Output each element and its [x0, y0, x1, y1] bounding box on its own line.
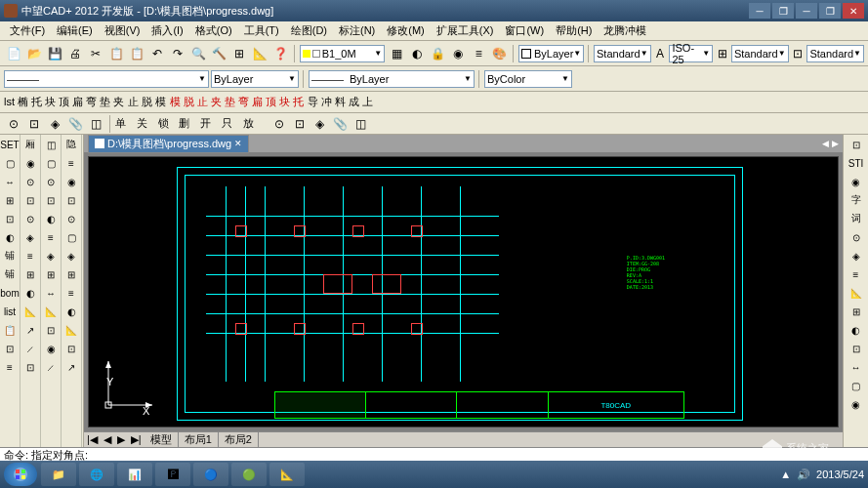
menu-item[interactable]: 文件(F) — [4, 21, 51, 40]
tool-button[interactable]: ≡ — [847, 266, 865, 282]
doc-restore-button[interactable]: ❐ — [819, 3, 841, 19]
tool-button[interactable]: ◐ — [21, 285, 39, 301]
tool-button[interactable]: ◉ — [62, 174, 80, 189]
tool-button[interactable]: ⊡ — [21, 192, 39, 208]
tool-button[interactable]: ⊡ — [1, 341, 19, 356]
tool-button[interactable]: ⊡ — [42, 192, 60, 208]
tool-button[interactable]: ◈ — [62, 248, 80, 264]
tool-button[interactable]: ⊡ — [62, 341, 80, 356]
tool-button[interactable]: SET — [1, 137, 19, 152]
tool-button[interactable]: ⊡ — [21, 359, 39, 375]
toolbar-button[interactable]: ▦ — [387, 44, 406, 63]
toolbar-button[interactable]: ↶ — [147, 44, 167, 63]
bylayer-combo-2[interactable]: ByLayer▼ — [211, 70, 299, 88]
tool-button[interactable]: bom — [1, 285, 19, 301]
toolbar-button[interactable]: 🎨 — [489, 44, 509, 63]
menu-item[interactable]: 视图(V) — [99, 21, 146, 40]
tool-button[interactable]: ◉ — [42, 341, 60, 356]
mode-text-buttons[interactable]: 单 关 锁 删 开 只 放 — [115, 116, 258, 131]
style-combo-4[interactable]: Standard▼ — [806, 45, 864, 62]
mode-button[interactable]: ⊡ — [290, 114, 310, 134]
tool-button[interactable]: ≡ — [62, 285, 80, 301]
tool-button[interactable]: ◐ — [1, 229, 19, 245]
mode-button[interactable]: ◫ — [86, 114, 105, 134]
tool-button[interactable]: ↔ — [42, 285, 60, 301]
tool-button[interactable]: ▢ — [42, 155, 60, 171]
doc-minimize-button[interactable]: ─ — [796, 3, 817, 19]
style-combo-2[interactable]: ISO-25▼ — [669, 45, 713, 62]
tool-button[interactable]: ◉ — [847, 396, 865, 412]
dim-button[interactable]: ⊞ — [715, 44, 729, 63]
tool-button[interactable]: 📐 — [847, 285, 865, 301]
toolbar-button[interactable]: ◉ — [448, 44, 468, 63]
style-button[interactable]: A — [653, 44, 668, 63]
tool-button[interactable]: ⊞ — [42, 266, 60, 282]
color-combo[interactable]: ByLayer▼ — [518, 45, 584, 62]
tool-button[interactable]: ⊡ — [847, 341, 865, 356]
tool-button[interactable]: ⊡ — [62, 192, 80, 208]
tool-button[interactable]: ↔ — [1, 174, 19, 189]
tab-nav-button[interactable]: |◀ — [84, 433, 101, 446]
tool-button[interactable]: ◐ — [847, 322, 865, 338]
menu-item[interactable]: 龙腾冲模 — [598, 21, 652, 40]
menu-item[interactable]: 修改(M) — [381, 21, 431, 40]
drawing-canvas[interactable]: P.ID:3.DWG001ITEM:GG-208DIE:PROGREV:ASCA… — [88, 156, 839, 427]
tab-nav-button[interactable]: ◀ — [101, 433, 114, 446]
menu-item[interactable]: 编辑(E) — [51, 21, 99, 40]
system-tray[interactable]: ▲🔊 2013/5/24 — [780, 468, 864, 481]
tool-button[interactable]: ≡ — [21, 248, 39, 264]
toolbar-button[interactable]: ≡ — [469, 44, 488, 63]
layout-tab[interactable]: 布局1 — [179, 432, 219, 447]
tool-button[interactable]: ◉ — [21, 155, 39, 171]
toolbar-button[interactable]: 🔒 — [428, 44, 447, 63]
close-tab-icon[interactable]: ✕ — [234, 139, 242, 148]
toolbar-button[interactable]: 📐 — [250, 44, 269, 63]
toolbar-button[interactable]: 🔨 — [209, 44, 228, 63]
tool-button[interactable]: 📐 — [42, 304, 60, 319]
toolbar-button[interactable]: 🔍 — [188, 44, 208, 63]
toolbar-button[interactable]: 🖨 — [65, 44, 85, 63]
taskbar-button[interactable]: 📁 — [41, 463, 76, 486]
tool-button[interactable]: ▢ — [1, 155, 19, 171]
menu-item[interactable]: 标注(N) — [333, 21, 381, 40]
toolbar-button[interactable]: 📂 — [24, 44, 44, 63]
tool-button[interactable]: ↗ — [21, 322, 39, 338]
mode-button[interactable]: ⊡ — [24, 114, 44, 134]
style-combo-3[interactable]: Standard▼ — [731, 45, 789, 62]
menu-item[interactable]: 窗口(W) — [499, 21, 550, 40]
menu-item[interactable]: 工具(T) — [238, 21, 285, 40]
menu-item[interactable]: 格式(O) — [189, 21, 238, 40]
tool-button[interactable]: ◐ — [62, 304, 80, 319]
tool-button[interactable]: ◉ — [847, 174, 865, 189]
tool-button[interactable]: 厢 — [21, 137, 39, 152]
tool-button[interactable]: ⊙ — [62, 211, 80, 226]
tool-button[interactable]: ◈ — [847, 248, 865, 264]
toolbar-button[interactable]: ↷ — [168, 44, 187, 63]
tool-button[interactable]: ▢ — [62, 229, 80, 245]
doc-tab-active[interactable]: D:\模具图档\progress.dwg ✕ — [88, 135, 249, 153]
restore-button[interactable]: ❐ — [772, 3, 794, 19]
tool-button[interactable]: ⊡ — [847, 137, 865, 152]
tool-button[interactable]: ⊙ — [42, 174, 60, 189]
tool-button[interactable]: 隐 — [62, 137, 80, 152]
layer-combo[interactable]: B1_0M ▼ — [300, 45, 386, 62]
tool-button[interactable]: ◈ — [42, 248, 60, 264]
tool-button[interactable]: 铺 — [1, 248, 19, 264]
menu-item[interactable]: 帮助(H) — [550, 21, 598, 40]
tool-button[interactable]: ⊞ — [62, 266, 80, 282]
linetype-combo[interactable]: ———▼ — [4, 70, 209, 88]
mode-button[interactable]: ⊙ — [4, 114, 23, 134]
tool-button[interactable]: list — [1, 304, 19, 319]
tool-button[interactable]: 铺 — [1, 266, 19, 282]
toolbar-button[interactable]: 📋 — [127, 44, 146, 63]
tab-nav-button[interactable]: ▶| — [128, 433, 145, 446]
minimize-button[interactable]: ─ — [749, 3, 770, 19]
tool-button[interactable]: ◐ — [42, 211, 60, 226]
plotstyle-combo[interactable]: ByColor▼ — [484, 70, 572, 88]
tool-button[interactable]: ↗ — [62, 359, 80, 375]
tool-button[interactable]: ◈ — [21, 229, 39, 245]
taskbar-button[interactable]: 🔵 — [193, 463, 228, 486]
tool-button[interactable]: ⊙ — [847, 229, 865, 245]
tool-button[interactable]: 字 — [847, 192, 865, 208]
style-combo-1[interactable]: Standard▼ — [594, 45, 651, 62]
